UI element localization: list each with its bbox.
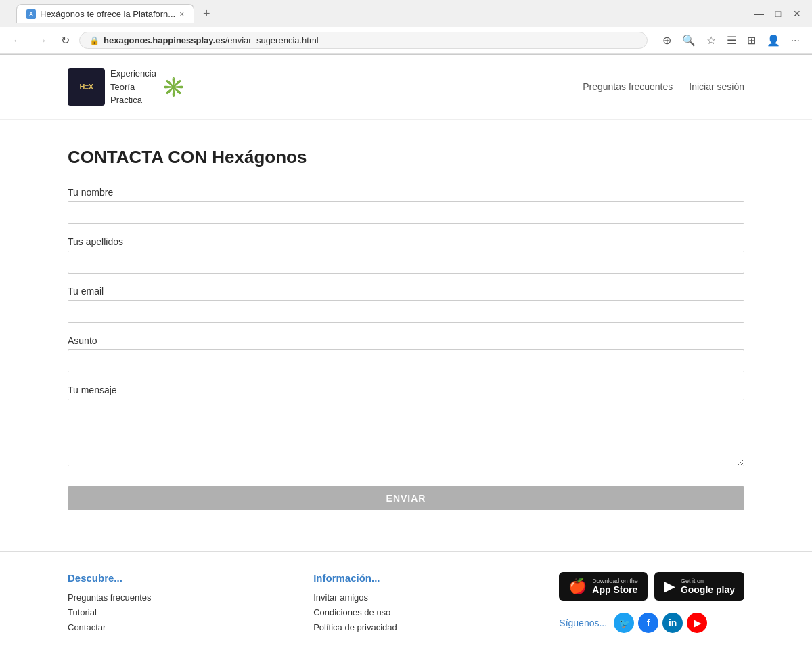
footer-col-apps: 🍎 Download on the App Store ▶ Get it on … (559, 572, 744, 636)
url-domain: hexagonos.happinessplay.es (104, 35, 225, 45)
browser-chrome: A Hexágonos te ofrece la Plataforn... × … (0, 0, 812, 55)
refresh-button[interactable]: ↻ (57, 32, 74, 48)
footer-link-terms[interactable]: Condiciones de uso (313, 607, 390, 617)
label-email: Tu email (68, 286, 744, 297)
appstore-text: Download on the App Store (592, 578, 638, 595)
active-tab[interactable]: A Hexágonos te ofrece la Plataforn... × (16, 4, 194, 23)
logo-hexagon: H≡X (68, 68, 105, 106)
footer-link-tutorial[interactable]: Tutorial (68, 607, 97, 617)
list-item: Preguntas frecuentes (68, 592, 152, 603)
url-bar[interactable]: 🔒 hexagonos.happinessplay.es/enviar_suge… (79, 32, 648, 49)
collections-icon[interactable]: ⊞ (743, 31, 760, 49)
footer-link-invite[interactable]: Invitar amigos (313, 592, 368, 603)
textarea-mensaje[interactable] (68, 399, 744, 466)
googleplay-big-text: Google play (681, 584, 735, 595)
form-group-asunto: Asunto (68, 335, 744, 372)
nav-login-link[interactable]: Iniciar sesión (689, 81, 744, 92)
close-button[interactable]: ✕ (790, 7, 804, 20)
tab-favicon: A (26, 9, 36, 19)
nav-faq-link[interactable]: Preguntas frecuentes (583, 81, 673, 92)
footer-link-contactar[interactable]: Contactar (68, 622, 106, 632)
google-play-icon: ▶ (664, 578, 675, 595)
footer-content: Descubre... Preguntas frecuentes Tutoria… (68, 572, 744, 636)
minimize-button[interactable]: — (752, 7, 766, 20)
linkedin-icon[interactable]: in (662, 613, 683, 633)
toolbar-icons: ⊕ 🔍 ☆ ☰ ⊞ 👤 ··· (658, 31, 804, 49)
input-name[interactable] (68, 201, 744, 224)
site-footer: Descubre... Preguntas frecuentes Tutoria… (0, 551, 812, 653)
site-header: H≡X Experiencia Teoría Practica ✳️ Pregu… (0, 55, 812, 120)
footer-link-privacy[interactable]: Política de privacidad (313, 622, 397, 632)
footer-columns: Descubre... Preguntas frecuentes Tutoria… (0, 551, 812, 650)
social-links: Síguenos... 🐦 f in ▶ (559, 613, 744, 633)
back-button[interactable]: ← (8, 33, 27, 48)
twitter-icon[interactable]: 🐦 (614, 613, 634, 633)
new-tab-button[interactable]: + (197, 4, 216, 23)
label-mensaje: Tu mensaje (68, 385, 744, 395)
reading-list-icon[interactable]: ☰ (723, 31, 740, 49)
input-email[interactable] (68, 300, 744, 323)
form-group-apellidos: Tus apellidos (68, 236, 744, 274)
footer-col2-links: Invitar amigos Condiciones de uso Políti… (313, 592, 397, 632)
footer-col1-links: Preguntas frecuentes Tutorial Contactar (68, 592, 152, 632)
facebook-icon[interactable]: f (638, 613, 658, 633)
contact-form: Tu nombre Tus apellidos Tu email Asunto … (68, 187, 744, 510)
maximize-button[interactable]: □ (771, 7, 785, 20)
footer-col-descubre: Descubre... Preguntas frecuentes Tutoria… (68, 572, 152, 636)
profile-icon[interactable]: 👤 (763, 31, 784, 49)
list-item: Condiciones de uso (313, 607, 397, 617)
appstore-big-text: App Store (592, 584, 638, 595)
submit-button[interactable]: ENVIAR (68, 486, 744, 510)
favorite-icon[interactable]: ☆ (702, 31, 720, 49)
list-item: Política de privacidad (313, 622, 397, 632)
googleplay-small-text: Get it on (681, 578, 735, 584)
logo-emoji: ✳️ (162, 76, 185, 98)
footer-col2-title: Información... (313, 572, 397, 584)
label-apellidos: Tus apellidos (68, 236, 744, 247)
forward-button[interactable]: → (32, 33, 51, 48)
list-item: Contactar (68, 622, 152, 632)
header-nav: Preguntas frecuentes Iniciar sesión (583, 81, 744, 92)
app-badges: 🍎 Download on the App Store ▶ Get it on … (559, 572, 744, 601)
window-controls: — □ ✕ (752, 7, 804, 20)
form-group-email: Tu email (68, 286, 744, 323)
label-asunto: Asunto (68, 335, 744, 346)
list-item: Invitar amigos (313, 592, 397, 603)
more-options-icon[interactable]: ··· (787, 32, 804, 49)
form-group-name: Tu nombre (68, 187, 744, 224)
translate-icon[interactable]: ⊕ (658, 31, 675, 49)
apple-icon: 🍎 (568, 578, 587, 595)
youtube-icon[interactable]: ▶ (687, 613, 707, 633)
page-content: H≡X Experiencia Teoría Practica ✳️ Pregu… (0, 55, 812, 652)
tab-close-button[interactable]: × (179, 9, 184, 19)
logo-tagline: Experiencia Teoría Practica (110, 67, 156, 107)
footer-link-faq[interactable]: Preguntas frecuentes (68, 592, 152, 603)
tab-title: Hexágonos te ofrece la Plataforn... (40, 9, 175, 19)
tab-bar: A Hexágonos te ofrece la Plataforn... × … (8, 4, 224, 23)
input-asunto[interactable] (68, 349, 744, 372)
search-icon[interactable]: 🔍 (678, 31, 700, 49)
address-bar: ← → ↻ 🔒 hexagonos.happinessplay.es/envia… (0, 27, 812, 54)
browser-titlebar: A Hexágonos te ofrece la Plataforn... × … (0, 0, 812, 27)
label-name: Tu nombre (68, 187, 744, 198)
footer-col-informacion: Información... Invitar amigos Condicione… (313, 572, 397, 636)
appstore-small-text: Download on the (592, 578, 638, 584)
url-text: hexagonos.happinessplay.es/enviar_sugere… (104, 35, 319, 45)
url-path: /enviar_sugerencia.html (225, 35, 319, 45)
social-label: Síguenos... (559, 617, 607, 628)
lock-icon: 🔒 (89, 36, 99, 45)
main-content: CONTACTA CON Hexágonos Tu nombre Tus ape… (0, 120, 812, 551)
list-item: Tutorial (68, 607, 152, 617)
logo-area: H≡X Experiencia Teoría Practica ✳️ (68, 67, 185, 107)
form-group-mensaje: Tu mensaje (68, 385, 744, 469)
footer-col1-title: Descubre... (68, 572, 152, 584)
appstore-badge[interactable]: 🍎 Download on the App Store (559, 572, 648, 601)
page-title: CONTACTA CON Hexágonos (68, 147, 744, 168)
googleplay-badge[interactable]: ▶ Get it on Google play (654, 572, 744, 601)
googleplay-text: Get it on Google play (681, 578, 735, 595)
input-apellidos[interactable] (68, 251, 744, 274)
